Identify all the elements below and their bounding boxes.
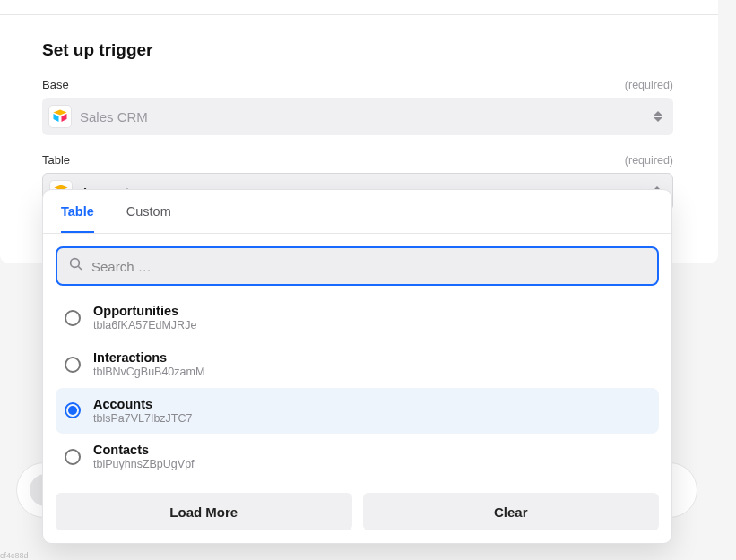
options-list: Opportunities tbla6fKA57EdMJRJe Interact… xyxy=(43,295,671,480)
footer-hash: cf4c88d xyxy=(0,551,29,560)
base-required: (required) xyxy=(625,79,673,91)
base-select[interactable]: Sales CRM xyxy=(42,98,673,135)
option-interactions[interactable]: Interactions tblBNvCgBuB40zamM xyxy=(56,341,659,388)
option-name: Interactions xyxy=(93,349,204,366)
radio-icon xyxy=(65,310,81,326)
search-input[interactable] xyxy=(91,259,646,274)
option-contacts[interactable]: Contacts tblPuyhnsZBpUgVpf xyxy=(56,434,659,480)
svg-line-1 xyxy=(78,266,82,270)
airtable-icon xyxy=(49,106,71,127)
base-label: Base xyxy=(42,78,69,91)
search-icon xyxy=(68,256,84,276)
table-label: Table xyxy=(42,153,70,167)
option-accounts[interactable]: Accounts tblsPa7VL7IbzJTC7 xyxy=(56,388,659,435)
radio-icon xyxy=(65,402,81,418)
top-bar xyxy=(0,0,718,15)
clear-button[interactable]: Clear xyxy=(363,493,660,530)
option-id: tblBNvCgBuB40zamM xyxy=(93,366,204,380)
option-id: tblsPa7VL7IbzJTC7 xyxy=(93,412,192,426)
setup-panel: Set up trigger Base (required) Sales CRM… xyxy=(0,15,718,263)
base-selected-text: Sales CRM xyxy=(80,109,645,125)
svg-point-0 xyxy=(71,259,80,268)
radio-icon xyxy=(65,449,81,465)
table-dropdown: Table Custom Opportunities tbla6fKA57EdM… xyxy=(42,189,672,544)
option-id: tbla6fKA57EdMJRJe xyxy=(93,319,196,333)
sort-icon xyxy=(654,111,662,122)
option-opportunities[interactable]: Opportunities tbla6fKA57EdMJRJe xyxy=(56,295,659,341)
option-id: tblPuyhnsZBpUgVpf xyxy=(93,458,195,472)
page-title: Set up trigger xyxy=(42,40,673,60)
dropdown-tabs: Table Custom xyxy=(43,190,671,234)
option-name: Accounts xyxy=(93,396,192,412)
option-name: Opportunities xyxy=(93,303,196,319)
load-more-button[interactable]: Load More xyxy=(56,493,352,530)
search-box[interactable] xyxy=(56,246,659,286)
radio-icon xyxy=(65,357,81,373)
table-required: (required) xyxy=(625,154,673,167)
tab-table[interactable]: Table xyxy=(61,204,94,233)
tab-custom[interactable]: Custom xyxy=(126,204,171,233)
option-name: Contacts xyxy=(93,442,195,458)
